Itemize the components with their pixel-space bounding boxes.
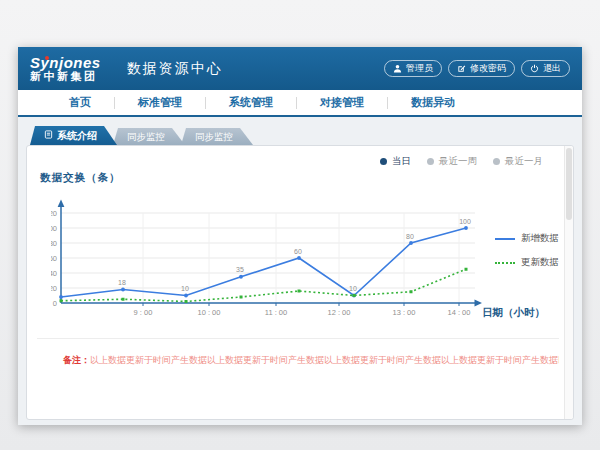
filter-label: 最近一周 [439,155,477,168]
tab-bar: 系统介绍同步监控同步监控 [30,126,574,145]
svg-text:40: 40 [51,269,57,278]
svg-text:80: 80 [51,239,57,248]
panel-scrollbar[interactable] [564,146,573,419]
svg-text:20: 20 [51,284,57,293]
svg-text:14 : 00: 14 : 00 [448,308,471,317]
tab-2[interactable]: 同步监控 [181,128,253,145]
legend-label: 更新数据 [521,256,559,269]
tab-label: 同步监控 [195,128,233,145]
tab-1[interactable]: 同步监控 [113,128,185,145]
svg-text:13 : 00: 13 : 00 [393,308,416,317]
tab-label: 同步监控 [127,128,165,145]
filter-option-0[interactable]: 当日 [380,155,411,168]
x-axis-title: 日期（小时） [482,306,545,320]
svg-text:12 : 00: 12 : 00 [328,308,351,317]
svg-text:60: 60 [294,248,302,255]
brand-name: Synjones [30,55,101,71]
brand-logo[interactable]: Synjones 新中新集团 [30,55,115,82]
svg-text:10: 10 [181,285,189,292]
svg-text:11 : 00: 11 : 00 [265,308,287,317]
legend-label: 新增数据 [521,232,559,245]
document-icon [44,126,53,145]
legend-item-0[interactable]: 新增数据 [495,232,559,245]
nav-item-4[interactable]: 数据异动 [388,90,478,115]
brand-company: 新中新集团 [30,71,101,83]
brand-accent-dot [45,56,49,60]
note-label: 备注： [63,355,90,365]
time-range-filters: 当日最近一周最近一月 [380,155,543,168]
user-action-edit[interactable]: 修改密码 [448,60,515,77]
legend-line-sample [495,238,515,240]
tab-label: 系统介绍 [57,126,97,145]
radio-dot-icon [493,158,500,165]
svg-text:120: 120 [51,209,57,218]
svg-text:10: 10 [349,285,357,292]
filter-option-1[interactable]: 最近一周 [427,155,477,168]
filter-label: 当日 [392,155,411,168]
filter-option-2[interactable]: 最近一月 [493,155,543,168]
edit-icon [457,64,466,73]
nav-item-0[interactable]: 首页 [46,90,114,115]
svg-text:100: 100 [459,218,471,225]
svg-text:100: 100 [51,224,57,233]
legend-item-1[interactable]: 更新数据 [495,256,559,269]
nav-item-3[interactable]: 对接管理 [297,90,387,115]
nav-item-2[interactable]: 系统管理 [206,90,296,115]
user-action-user[interactable]: 管理员 [384,60,442,77]
line-chart: 0204060801001209 : 0010 : 0011 : 0012 : … [51,196,487,322]
power-icon [530,64,539,73]
note-text: 以上数据更新于时间产生数据以上数据更新于时间产生数据以上数据更新于时间产生数据以… [90,355,559,365]
svg-text:18: 18 [118,279,126,286]
chart-legend: 新增数据更新数据 [495,232,559,269]
content-panel: 当日最近一周最近一月 数据交换（条） 0204060801001209 : 00… [26,145,574,420]
svg-text:0: 0 [53,299,57,308]
radio-dot-icon [380,158,387,165]
app-window: Synjones 新中新集团 数据资源中心 管理员修改密码退出 首页标准管理系统… [18,47,582,425]
filter-label: 最近一月 [505,155,543,168]
scrollbar-thumb[interactable] [566,148,572,220]
legend-line-sample [495,262,515,264]
desktop-background: Synjones 新中新集团 数据资源中心 管理员修改密码退出 首页标准管理系统… [0,0,600,450]
svg-text:80: 80 [406,233,414,240]
user-icon [393,64,402,73]
page-title: 数据资源中心 [127,60,223,78]
y-axis-title: 数据交换（条） [40,171,121,185]
app-header: Synjones 新中新集团 数据资源中心 管理员修改密码退出 [18,47,582,90]
main-nav: 首页标准管理系统管理对接管理数据异动 [18,90,582,117]
svg-text:10 : 00: 10 : 00 [198,308,221,317]
radio-dot-icon [427,158,434,165]
nav-item-1[interactable]: 标准管理 [115,90,205,115]
user-action-power[interactable]: 退出 [521,60,570,77]
tab-0-active[interactable]: 系统介绍 [30,126,117,145]
content-area: 系统介绍同步监控同步监控 当日最近一周最近一月 数据交换（条） 02040608… [18,117,582,420]
svg-text:9 : 00: 9 : 00 [134,308,153,317]
svg-text:35: 35 [236,266,244,273]
svg-text:60: 60 [51,254,57,263]
footer-note: 备注：以上数据更新于时间产生数据以上数据更新于时间产生数据以上数据更新于时间产生… [37,338,559,367]
user-actions: 管理员修改密码退出 [384,60,570,77]
